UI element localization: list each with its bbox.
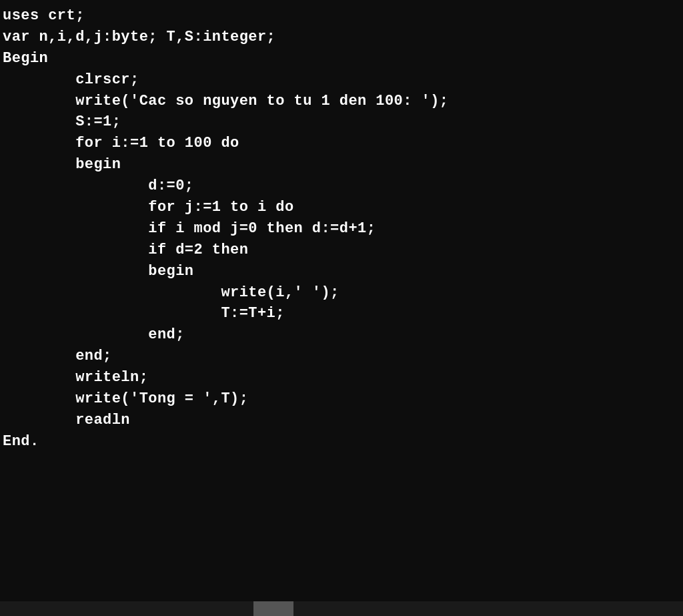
code-editor: uses crt; var n,i,d,j:byte; T,S:integer;… <box>0 0 683 616</box>
bottom-bar <box>0 601 683 616</box>
scroll-indicator[interactable] <box>253 601 293 616</box>
code-content[interactable]: uses crt; var n,i,d,j:byte; T,S:integer;… <box>3 5 680 452</box>
